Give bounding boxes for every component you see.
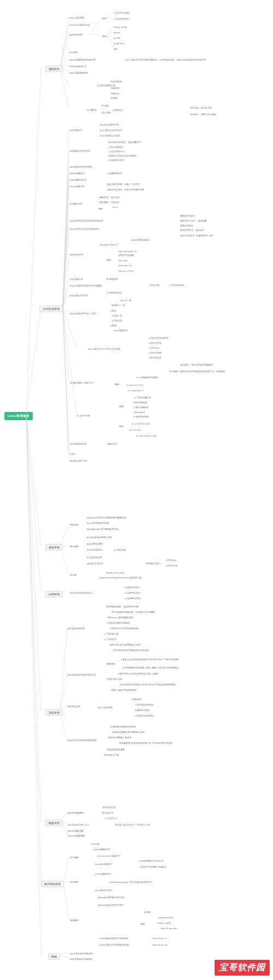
leaf-node: 使用组 — [144, 911, 151, 914]
leaf-node: -n 显示行数 — [149, 284, 159, 287]
leaf-node: [-x] 通配符 — [87, 109, 97, 112]
category-c2: 文件/目录管理 — [39, 306, 63, 312]
leaf-node: 时间戳 — [111, 97, 117, 100]
leaf-node: [free] 显示内存使用情况 — [70, 592, 92, 595]
svg-line-6 — [26, 415, 41, 883]
leaf-node: [rm] 删除文件 — [70, 203, 82, 206]
svg-line-3 — [26, 415, 41, 593]
leaf-node: [umount] 磁盘卸载 — [68, 835, 85, 838]
leaf-node: -I 仅显示IPv4地址 — [114, 12, 130, 15]
leaf-node: 举例 — [102, 35, 106, 38]
leaf-node: -f 查看 top 描述表指定的信息,可以显示 显示 *** 或中所有进程 — [121, 659, 179, 661]
svg-line-39 — [63, 308, 69, 313]
leaf-node: [ls -l] 文件分类 — [77, 415, 90, 417]
svg-line-5 — [26, 415, 41, 822]
leaf-node: tar -xzvf /x.tar.gz -C path — [136, 435, 157, 438]
leaf-node: ifconfig / ip addr — [114, 26, 127, 29]
leaf-node: [systemctl start/stop firewall.service] … — [99, 577, 141, 579]
svg-line-18 — [90, 34, 102, 35]
leaf-node: [cd /] 返回根上层目录 — [100, 135, 120, 138]
leaf-node: 举例 — [140, 923, 145, 926]
leaf-node: -l 显示长格式 — [149, 357, 161, 360]
leaf-node: [mount] 磁盘挂载 — [68, 830, 84, 833]
leaf-node: ln -s source /-1/-1/-1 — [126, 384, 143, 387]
leaf-node: [mv] 对文件/目录进行移动操作 — [70, 228, 99, 231]
svg-line-44 — [63, 308, 69, 453]
leaf-node: [firewall -auto --state] — [106, 572, 124, 575]
leaf-node: -t 仅显示tcp — [165, 559, 176, 562]
leaf-node: 显示历史命令记录 — [69, 65, 87, 68]
svg-line-16 — [60, 68, 69, 109]
leaf-node: [ln] 建立链接（快捷方式） — [70, 382, 95, 385]
leaf-node: -h 人性化大小 — [104, 817, 117, 820]
leaf-node: 显示输出详情/-l — [146, 563, 161, 565]
leaf-node: [clear] 清空屏幕 — [69, 17, 84, 20]
leaf-node: b 后退一页 — [112, 315, 122, 318]
category-c6: 磁盘管理 — [45, 820, 63, 826]
leaf-node: ln /-s 软链接(符号链接) — [136, 377, 158, 379]
svg-line-7 — [26, 415, 41, 955]
leaf-node: -g 指定用户所属组下面(默认) — [139, 866, 167, 869]
leaf-node: 正则表达式 — [112, 109, 123, 112]
leaf-node: find -iname '*txt' — [118, 265, 132, 267]
leaf-node: -d 改变刷新时间-即刷新,+启用 +高亮, a 强占多少秒刷新数据 — [122, 667, 179, 670]
category-c1: 基础操作 — [45, 65, 63, 72]
leaf-node: 网卡管理 — [70, 546, 79, 548]
leaf-node: tar -czvf /x.gz — [129, 429, 141, 432]
leaf-node: [man] 显示命令帮助信息 — [70, 953, 93, 955]
leaf-node: -p 创建多级目录 — [107, 172, 122, 175]
leaf-node: [1-2] 定向到文件 — [87, 557, 102, 559]
leaf-node: 权限管理 — [70, 919, 79, 922]
leaf-node: 复制文件到目录 — [180, 215, 195, 218]
leaf-node: [less] 查看文件内容 — [70, 295, 88, 297]
leaf-node: 显示某个目录占用 -s 只显示总大小等 — [115, 824, 150, 827]
leaf-node: -h 显示行列数 — [149, 352, 162, 355]
leaf-node: [cat /etc/passwd | grep '用户'] 查看当前所有用户 — [109, 881, 152, 884]
leaf-node: find -size -|+512k — [118, 270, 133, 273]
leaf-node: -f 显示有UID, PID等等项目流程 — [110, 628, 139, 630]
leaf-node: [cat] 查看文件 — [70, 278, 83, 281]
svg-line-35 — [63, 254, 69, 308]
svg-line-41 — [63, 308, 69, 382]
svg-line-1 — [26, 308, 41, 415]
leaf-node: [du] 显示目录所占大小 — [68, 824, 89, 827]
leaf-node: -n 中显示操作号 — [169, 284, 185, 287]
svg-line-58 — [63, 881, 69, 883]
leaf-node: -na 接收连接 — [114, 549, 126, 552]
leaf-node: -R 递归显示文件 — [108, 159, 124, 162]
leaf-node: -u 只显示用户 — [104, 638, 117, 641]
leaf-node: [?] 匹配 — [102, 105, 109, 107]
leaf-node: 显示所有父子级 — [104, 754, 119, 757]
leaf-node: 显示总占用 — [102, 812, 113, 815]
svg-line-9 — [60, 24, 69, 68]
category-c4: 内存管理 — [45, 591, 63, 597]
leaf-node: -m 自动创建用户home目录 — [138, 860, 163, 863]
leaf-node: 如果文件已存在，改变文件的修改日期 — [107, 189, 144, 192]
leaf-node: [ls] 查看目录内容信息 — [70, 150, 90, 153]
svg-line-27 — [63, 150, 69, 308]
leaf-node: -l 显示详细信息 — [133, 402, 147, 404]
leaf-node: 显示的数据概述，包括所有的详细 — [106, 606, 139, 608]
leaf-node: 显示文件占用 — [103, 806, 116, 809]
leaf-node: [df] 显示磁盘剩余 — [68, 812, 84, 815]
svg-line-34 — [63, 228, 69, 308]
leaf-node: 举例 — [98, 208, 103, 211]
leaf-node: [tar] 归档压缩文件 — [70, 443, 87, 446]
leaf-node: 按键信息 — [106, 663, 115, 666]
leaf-node: ip addr show — [114, 43, 124, 45]
leaf-node: 系统时间 — [111, 87, 120, 90]
leaf-node: [env] 显示系统环境变量 — [87, 522, 109, 525]
connector-wires — [0, 0, 273, 980]
leaf-node: 举例 — [106, 259, 111, 262]
leaf-node: -a 显示所有信息 — [114, 18, 129, 21]
leaf-node: [cal] [uname] 显示linux系统及硬件参数信息 — [87, 517, 126, 519]
leaf-node: ip route — [114, 32, 120, 34]
leaf-node: -s 指定信号名来发出 — [134, 715, 154, 718]
leaf-node: -d 结果成已经数据处理结束 — [110, 726, 136, 728]
svg-line-25 — [107, 35, 113, 48]
leaf-node: [userdel] 删除用户 — [95, 873, 111, 876]
svg-line-29 — [63, 172, 69, 308]
leaf-node: [date] 查看系统时间 — [69, 72, 88, 75]
leaf-node: -a 只显示隐藏文件 — [134, 397, 151, 399]
leaf-node: chown -R user /etc — [152, 944, 168, 947]
